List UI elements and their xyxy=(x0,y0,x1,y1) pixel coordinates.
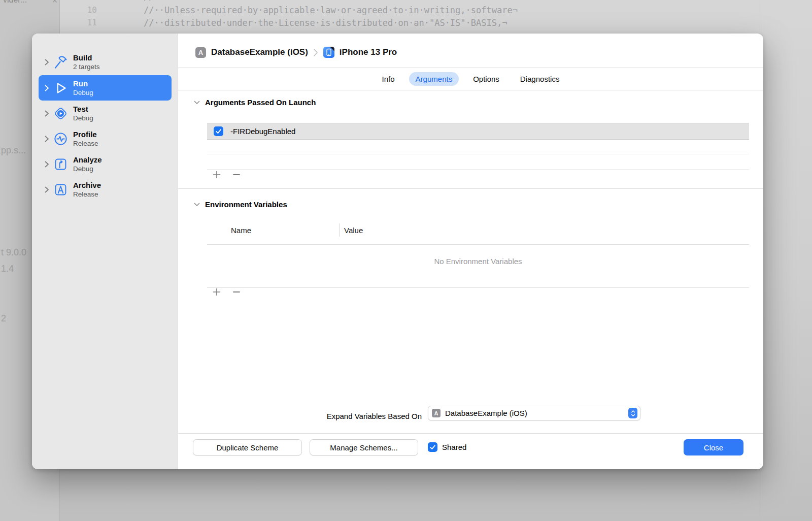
shared-option: Shared xyxy=(428,442,466,452)
sidebar-item-analyze[interactable]: Analyze Debug xyxy=(39,151,172,177)
line-code: // xyxy=(144,0,154,2)
expand-variables-label: Expand Variables Based On xyxy=(178,409,422,424)
sidebar-item-subtitle: Debug xyxy=(73,89,93,97)
profile-gauge-icon xyxy=(53,131,69,147)
close-button[interactable]: Close xyxy=(684,439,743,455)
run-play-icon xyxy=(53,80,69,96)
line-number: 10 xyxy=(69,5,97,15)
expand-variables-dropdown[interactable]: A DatabaseExample (iOS) xyxy=(428,406,640,420)
line-number: 11 xyxy=(69,18,97,27)
remove-variable-button[interactable] xyxy=(232,288,241,296)
chevron-right-icon[interactable] xyxy=(45,85,49,91)
scheme-name[interactable]: DatabaseExample (iOS) xyxy=(211,47,308,57)
argument-checkbox[interactable] xyxy=(214,126,223,136)
code-line: 11 //··distributed·under·the·License·is·… xyxy=(60,18,755,30)
sidebar-item-subtitle: Release xyxy=(73,140,98,148)
tab-bar: Info Arguments Options Diagnostics xyxy=(178,68,763,90)
destination-name[interactable]: iPhone 13 Pro xyxy=(340,47,397,57)
column-divider[interactable] xyxy=(339,223,340,237)
section-title: Arguments Passed On Launch xyxy=(205,98,316,107)
scheme-editor-content: A DatabaseExample (iOS) iPhone 13 Pro In… xyxy=(178,34,763,469)
tab-arguments[interactable]: Arguments xyxy=(409,72,459,86)
section-separator xyxy=(178,188,763,189)
duplicate-scheme-button[interactable]: Duplicate Scheme xyxy=(193,439,302,455)
chevron-right-icon[interactable] xyxy=(45,161,49,168)
test-diamond-icon xyxy=(53,106,69,121)
sidebar-item-title: Test xyxy=(73,105,93,113)
sidebar-item-subtitle: Debug xyxy=(73,114,93,122)
disclosure-chevron-icon[interactable] xyxy=(194,203,200,207)
empty-row-line xyxy=(207,154,749,154)
iphone-simulator-icon xyxy=(323,47,334,58)
table-bottom-line xyxy=(207,287,749,288)
line-number: 9 xyxy=(69,0,97,2)
add-argument-button[interactable] xyxy=(213,171,221,179)
line-code: //··Unless·required·by·applicable·law·or… xyxy=(144,5,518,15)
sidebar-item-subtitle: Debug xyxy=(73,165,102,173)
scheme-editor-dialog: Build 2 targets Run Debug xyxy=(32,34,763,469)
sidebar-item-subtitle: Release xyxy=(73,190,101,199)
sidebar-item-title: Build xyxy=(73,53,100,62)
navigator-fragment: 1.4 xyxy=(1,264,14,274)
navigator-fragment: 2 xyxy=(1,313,6,324)
sidebar-item-title: Archive xyxy=(73,181,101,189)
remove-argument-button[interactable] xyxy=(232,171,241,179)
tab-options[interactable]: Options xyxy=(466,72,506,86)
app-target-icon: A xyxy=(195,47,206,58)
add-variable-button[interactable] xyxy=(213,288,221,296)
tab-close-icon: ✕ xyxy=(52,0,58,5)
sidebar-item-test[interactable]: Test Debug xyxy=(39,101,172,126)
arguments-section-header: Arguments Passed On Launch xyxy=(194,98,316,107)
archive-icon xyxy=(53,182,69,198)
breadcrumb-chevron-icon xyxy=(313,48,318,57)
disclosure-chevron-icon[interactable] xyxy=(194,101,200,105)
sidebar-item-title: Profile xyxy=(73,130,98,139)
sidebar-item-title: Analyze xyxy=(73,155,102,164)
editor-tab-title: vider... xyxy=(3,0,27,5)
dropdown-selected-value: DatabaseExample (iOS) xyxy=(445,409,628,417)
column-header-name[interactable]: Name xyxy=(231,223,251,237)
line-code: //··distributed·under·the·License·is·dis… xyxy=(144,18,507,28)
tabs-separator xyxy=(178,90,763,90)
code-line: 9 // xyxy=(60,0,755,5)
shared-checkbox[interactable] xyxy=(428,442,437,452)
tab-diagnostics[interactable]: Diagnostics xyxy=(514,72,566,86)
manage-schemes-button[interactable]: Manage Schemes... xyxy=(310,439,418,455)
chevron-right-icon[interactable] xyxy=(45,136,49,142)
scheme-actions-sidebar: Build 2 targets Run Debug xyxy=(32,34,178,469)
navigator-fragment: t 9.0.0 xyxy=(1,247,26,258)
chevron-right-icon[interactable] xyxy=(45,110,49,117)
sidebar-item-build[interactable]: Build 2 targets xyxy=(39,49,172,75)
argument-row[interactable]: -FIRDebugEnabled xyxy=(207,123,749,140)
dropdown-stepper-icon[interactable] xyxy=(628,408,637,418)
sidebar-item-archive[interactable]: Archive Release xyxy=(39,177,172,202)
sidebar-item-run[interactable]: Run Debug xyxy=(39,75,172,101)
analyze-icon xyxy=(53,156,69,172)
chevron-right-icon[interactable] xyxy=(45,59,49,66)
sidebar-item-profile[interactable]: Profile Release xyxy=(39,126,172,151)
sidebar-item-subtitle: 2 targets xyxy=(73,63,100,71)
argument-label: -FIRDebugEnabled xyxy=(230,127,295,136)
screen: vider... ✕ 9 // 10 //··Unless·required·b… xyxy=(0,0,812,521)
section-title: Environment Variables xyxy=(205,200,287,209)
environment-plusminus xyxy=(213,288,241,296)
navigator-fragment: pp.s... xyxy=(1,145,26,156)
sidebar-item-title: Run xyxy=(73,79,93,88)
breadcrumb: A DatabaseExample (iOS) iPhone 13 Pro xyxy=(195,46,397,59)
empty-placeholder: No Environment Variables xyxy=(207,257,749,266)
build-hammer-icon xyxy=(53,54,69,70)
shared-label: Shared xyxy=(442,443,466,451)
code-line: 10 //··Unless·required·by·applicable·law… xyxy=(60,5,755,18)
column-header-value[interactable]: Value xyxy=(344,223,363,237)
footer-separator xyxy=(178,433,763,434)
app-target-icon: A xyxy=(432,409,441,417)
tab-info[interactable]: Info xyxy=(376,72,401,86)
empty-row-line xyxy=(207,169,749,170)
environment-section-header: Environment Variables xyxy=(194,200,287,209)
arguments-plusminus xyxy=(213,171,241,179)
chevron-right-icon[interactable] xyxy=(45,186,49,193)
table-header-line xyxy=(207,244,749,245)
